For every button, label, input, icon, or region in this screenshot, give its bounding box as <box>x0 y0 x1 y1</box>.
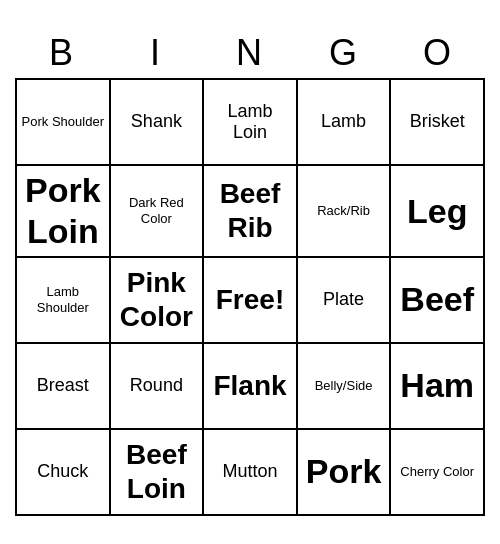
cell-r1-c4: Leg <box>391 166 485 258</box>
bingo-card: BINGO Pork ShoulderShankLamb LoinLambBri… <box>15 28 485 516</box>
cell-r3-c1: Round <box>111 344 205 430</box>
cell-r3-c4: Ham <box>391 344 485 430</box>
cell-r0-c4: Brisket <box>391 80 485 166</box>
cell-r0-c3: Lamb <box>298 80 392 166</box>
cell-r4-c1: Beef Loin <box>111 430 205 516</box>
cell-text-r0-c0: Pork Shoulder <box>22 114 104 130</box>
header-letter-I: I <box>109 28 203 78</box>
cell-r1-c0: Pork Loin <box>17 166 111 258</box>
cell-r3-c0: Breast <box>17 344 111 430</box>
cell-text-r0-c3: Lamb <box>321 111 366 133</box>
cell-text-r3-c3: Belly/Side <box>315 378 373 394</box>
header-letter-O: O <box>391 28 485 78</box>
cell-r4-c4: Cherry Color <box>391 430 485 516</box>
cell-r1-c1: Dark Red Color <box>111 166 205 258</box>
cell-r3-c2: Flank <box>204 344 298 430</box>
cell-text-r3-c2: Flank <box>213 369 286 403</box>
cell-text-r3-c1: Round <box>130 375 183 397</box>
bingo-header: BINGO <box>15 28 485 78</box>
cell-r0-c1: Shank <box>111 80 205 166</box>
cell-r0-c0: Pork Shoulder <box>17 80 111 166</box>
cell-text-r2-c2: Free! <box>216 283 284 317</box>
cell-r4-c3: Pork <box>298 430 392 516</box>
cell-r2-c0: Lamb Shoulder <box>17 258 111 344</box>
cell-r2-c4: Beef <box>391 258 485 344</box>
cell-text-r0-c4: Brisket <box>410 111 465 133</box>
cell-text-r4-c4: Cherry Color <box>400 464 474 480</box>
cell-r2-c3: Plate <box>298 258 392 344</box>
cell-text-r1-c2: Beef Rib <box>208 177 292 244</box>
cell-r2-c2: Free! <box>204 258 298 344</box>
header-letter-G: G <box>297 28 391 78</box>
cell-text-r4-c2: Mutton <box>222 461 277 483</box>
cell-text-r3-c0: Breast <box>37 375 89 397</box>
cell-r4-c0: Chuck <box>17 430 111 516</box>
cell-text-r4-c0: Chuck <box>37 461 88 483</box>
cell-r1-c3: Rack/Rib <box>298 166 392 258</box>
cell-text-r3-c4: Ham <box>400 365 474 406</box>
cell-text-r1-c3: Rack/Rib <box>317 203 370 219</box>
cell-r0-c2: Lamb Loin <box>204 80 298 166</box>
cell-text-r2-c1: Pink Color <box>115 266 199 333</box>
cell-text-r2-c0: Lamb Shoulder <box>21 284 105 315</box>
cell-text-r0-c2: Lamb Loin <box>208 101 292 144</box>
cell-r2-c1: Pink Color <box>111 258 205 344</box>
cell-text-r4-c3: Pork <box>306 451 382 492</box>
cell-r3-c3: Belly/Side <box>298 344 392 430</box>
header-letter-N: N <box>203 28 297 78</box>
cell-text-r0-c1: Shank <box>131 111 182 133</box>
cell-text-r2-c3: Plate <box>323 289 364 311</box>
cell-r1-c2: Beef Rib <box>204 166 298 258</box>
cell-text-r1-c1: Dark Red Color <box>115 195 199 226</box>
cell-text-r4-c1: Beef Loin <box>115 438 199 505</box>
cell-r4-c2: Mutton <box>204 430 298 516</box>
header-letter-B: B <box>15 28 109 78</box>
cell-text-r1-c4: Leg <box>407 191 467 232</box>
cell-text-r1-c0: Pork Loin <box>21 170 105 252</box>
bingo-grid: Pork ShoulderShankLamb LoinLambBrisketPo… <box>15 78 485 516</box>
cell-text-r2-c4: Beef <box>400 279 474 320</box>
